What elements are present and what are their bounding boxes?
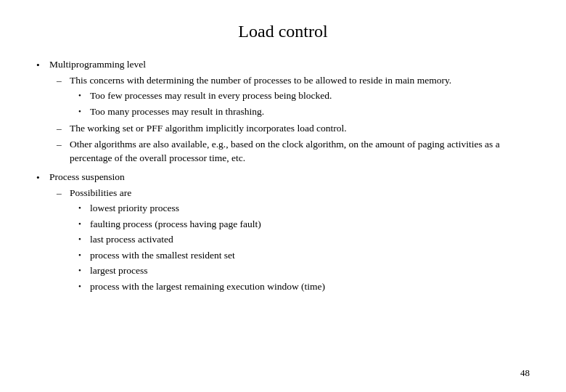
bullet-1-marker: • xyxy=(36,58,49,73)
bullet-1: • Multiprogramming level – This concerns… xyxy=(36,57,530,167)
dot-2-1-6: • process with the largest remaining exe… xyxy=(78,279,530,294)
dot-2-1-5-marker: • xyxy=(78,265,90,277)
dot-1-1-2-marker: • xyxy=(78,106,90,118)
bullet-1-dash-list: – This concerns with determining the num… xyxy=(57,73,530,166)
dot-2-1-4-text: process with the smallest resident set xyxy=(90,248,530,263)
dash-2-1-content: Possibilities are • lowest priority proc… xyxy=(70,186,530,295)
bullet-1-content: Multiprogramming level – This concerns w… xyxy=(49,57,530,167)
dash-1-1-content: This concerns with determining the numbe… xyxy=(70,73,530,121)
bullet-2-text: Process suspension xyxy=(49,171,125,182)
dash-2-1-text: Possibilities are xyxy=(70,187,131,198)
slide-title: Load control xyxy=(36,22,530,41)
dash-1-2-marker: – xyxy=(57,121,70,136)
dash-1-2-content: The working set or PFF algorithm implici… xyxy=(70,121,530,136)
dot-2-1-2: • faulting process (process having page … xyxy=(78,217,530,232)
dash-1-3-content: Other algorithms are also available, e.g… xyxy=(70,137,530,166)
dot-2-1-4-marker: • xyxy=(78,250,90,261)
dash-1-2-text: The working set or PFF algorithm implici… xyxy=(70,123,347,134)
dot-2-1-3-text: last process activated xyxy=(90,232,530,247)
dash-1-3-marker: – xyxy=(57,137,70,152)
dot-2-1-5-text: largest process xyxy=(90,264,530,278)
dot-2-1-3: • last process activated xyxy=(78,232,530,247)
dot-2-1-1: • lowest priority process xyxy=(78,201,530,216)
dot-1-1-2: • Too many processes may result in thras… xyxy=(78,105,530,119)
dot-2-1-1-text: lowest priority process xyxy=(90,201,530,216)
dash-1-1: – This concerns with determining the num… xyxy=(57,73,530,121)
page-number: 48 xyxy=(520,367,530,379)
dash-1-3-text: Other algorithms are also available, e.g… xyxy=(70,139,500,164)
dot-2-1-1-marker: • xyxy=(78,203,90,214)
dot-2-1-6-marker: • xyxy=(78,281,90,293)
dot-list-2-1: • lowest priority process • faulting pro… xyxy=(78,201,530,293)
dot-2-1-5: • largest process xyxy=(78,264,530,278)
dash-1-3: – Other algorithms are also available, e… xyxy=(57,137,530,166)
bullet-2-content: Process suspension – Possibilities are •… xyxy=(49,170,530,297)
bullet-2-marker: • xyxy=(36,171,49,185)
slide-content: • Multiprogramming level – This concerns… xyxy=(36,57,530,296)
dot-1-1-2-text: Too many processes may result in thrashi… xyxy=(90,105,530,119)
dot-1-1-1-marker: • xyxy=(78,90,90,102)
slide: Load control • Multiprogramming level – … xyxy=(0,0,566,392)
dot-2-1-3-marker: • xyxy=(78,234,90,245)
dot-1-1-1-text: Too few processes may result in every pr… xyxy=(90,89,530,103)
dot-1-1-1: • Too few processes may result in every … xyxy=(78,89,530,103)
dot-2-1-6-text: process with the largest remaining execu… xyxy=(90,279,530,294)
bullet-1-text: Multiprogramming level xyxy=(49,59,146,70)
dot-2-1-2-text: faulting process (process having page fa… xyxy=(90,217,530,232)
dash-2-1-marker: – xyxy=(57,186,70,200)
dash-2-1: – Possibilities are • lowest priority pr… xyxy=(57,186,530,295)
dot-2-1-2-marker: • xyxy=(78,219,90,230)
dash-1-1-text: This concerns with determining the numbe… xyxy=(70,75,451,86)
dot-list-1-1: • Too few processes may result in every … xyxy=(78,89,530,118)
dash-1-1-marker: – xyxy=(57,73,70,88)
dot-2-1-4: • process with the smallest resident set xyxy=(78,248,530,263)
bullet-2-dash-list: – Possibilities are • lowest priority pr… xyxy=(57,186,530,295)
bullet-2: • Process suspension – Possibilities are… xyxy=(36,170,530,297)
dash-1-2: – The working set or PFF algorithm impli… xyxy=(57,121,530,136)
